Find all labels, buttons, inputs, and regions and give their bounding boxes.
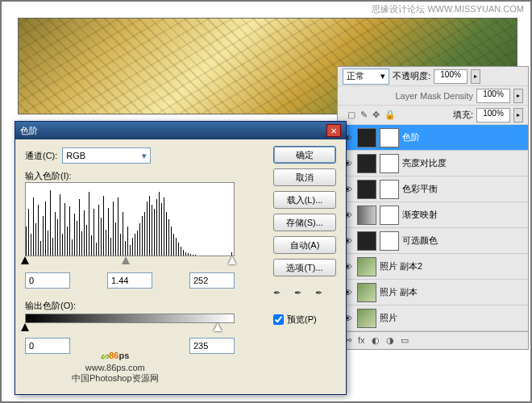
fill-label: 填充: [404, 109, 473, 121]
out-shadow-handle[interactable] [21, 323, 29, 331]
load-button[interactable]: 载入(L)... [273, 191, 336, 209]
eyedropper-white-icon[interactable]: ✒ [315, 288, 330, 302]
opacity-input[interactable]: 100% [434, 69, 468, 84]
auto-button[interactable]: 自动(A) [273, 236, 336, 254]
mask-thumb [380, 128, 399, 147]
layer-thumb [357, 257, 376, 276]
mask-thumb [380, 231, 399, 251]
adjustment-thumb [357, 231, 376, 251]
opacity-label: 不透明度: [393, 70, 430, 82]
layer-label: 照片 副本 [380, 286, 418, 298]
chevron-down-icon: ▾ [380, 71, 385, 81]
eyedropper-black-icon[interactable]: ✒ [273, 288, 288, 302]
mask-icon[interactable]: ◐ [372, 335, 380, 346]
layer-label: 可选颜色 [402, 235, 438, 247]
options-button[interactable]: 选项(T)... [273, 259, 336, 276]
layer-label: 色彩平衡 [402, 183, 438, 195]
channel-label: 通道(C): [25, 150, 57, 162]
cancel-button[interactable]: 取消 [273, 168, 336, 186]
layer-item-photo-copy[interactable]: 👁 照片 副本 [338, 280, 528, 305]
output-gradient [25, 314, 235, 323]
save-button[interactable]: 存储(S)... [273, 214, 336, 231]
histogram [25, 182, 235, 256]
fx-icon[interactable]: fx [358, 335, 365, 346]
lock-all-icon[interactable]: ▢ [347, 110, 355, 120]
adjustment-thumb [357, 154, 376, 173]
blend-mode-select[interactable]: 正常▾ [343, 69, 389, 85]
channel-select[interactable]: RGB ▾ [62, 147, 151, 164]
density-input[interactable]: 100% [476, 89, 510, 103]
mask-thumb [380, 180, 399, 199]
lock-icons: ▢ ✎ ✥ 🔒 [343, 106, 401, 123]
lock-position-icon[interactable]: ✥ [372, 110, 380, 120]
highlight-handle[interactable] [228, 256, 236, 264]
preview-checkbox[interactable]: 预览(P) [273, 314, 336, 326]
adjustment-thumb [357, 206, 376, 225]
header-site: 思缘设计论坛 WWW.MISSYUAN.COM [372, 3, 524, 15]
input-slider[interactable] [25, 258, 235, 269]
layer-item-selectivecolor[interactable]: 👁 可选颜色 [338, 228, 528, 254]
dialog-titlebar[interactable]: 色阶 ✕ [15, 122, 346, 139]
eyedropper-gray-icon[interactable]: ✒ [294, 288, 309, 302]
layer-thumb [357, 283, 376, 302]
output-slider[interactable] [25, 325, 235, 336]
layer-bottom-icons: ⚯ fx ◐ ◑ ▭ [338, 331, 528, 349]
midtone-input[interactable] [107, 272, 152, 289]
levels-dialog: 色阶 ✕ 通道(C): RGB ▾ 输入色阶(I): [15, 121, 347, 395]
layer-item-photo-copy2[interactable]: 👁 照片 副本2 [338, 254, 528, 280]
shadow-input[interactable] [25, 272, 70, 289]
layer-item-colorbalance[interactable]: 👁 色彩平衡 [338, 177, 528, 202]
mask-thumb [380, 154, 399, 173]
layer-label: 照片 副本2 [380, 260, 422, 272]
layer-item-photo[interactable]: 👁 照片 [338, 305, 528, 331]
fill-input[interactable]: 100% [476, 108, 510, 123]
shadow-handle[interactable] [21, 256, 29, 264]
density-label: Layer Mask Density [343, 91, 473, 101]
layers-panel: 正常▾ 不透明度: 100% ▸ Layer Mask Density 100%… [337, 66, 529, 350]
out-highlight-handle[interactable] [214, 323, 222, 331]
dialog-title: 色阶 [20, 125, 38, 137]
out-highlight-input[interactable] [189, 338, 235, 354]
folder-icon[interactable]: ▭ [401, 335, 409, 346]
layer-label: 亮度对比度 [402, 157, 447, 169]
out-shadow-input[interactable] [25, 338, 70, 354]
adjustment-icon[interactable]: ◑ [386, 335, 394, 346]
opacity-arrow[interactable]: ▸ [471, 69, 480, 84]
layer-thumb [357, 309, 376, 328]
layer-item-brightness[interactable]: 👁 亮度对比度 [338, 151, 528, 177]
layer-item-levels[interactable]: 👁 色阶 [338, 125, 528, 151]
chevron-down-icon: ▾ [142, 151, 147, 161]
layer-label: 渐变映射 [402, 209, 438, 221]
layer-list: 👁 色阶 👁 亮度对比度 👁 色彩平衡 👁 渐变映射 👁 可选 [338, 125, 528, 331]
preview-check-input[interactable] [273, 314, 284, 325]
close-button[interactable]: ✕ [326, 124, 341, 137]
mask-thumb [380, 206, 399, 225]
layer-label: 色阶 [402, 131, 420, 143]
lock-icon[interactable]: 🔒 [384, 110, 396, 120]
fill-arrow[interactable]: ▸ [513, 108, 523, 123]
density-arrow[interactable]: ▸ [513, 89, 523, 103]
adjustment-thumb [357, 180, 376, 199]
adjustment-thumb [357, 128, 376, 147]
ok-button[interactable]: 确定 [273, 146, 336, 164]
layer-label: 照片 [380, 312, 397, 324]
lock-pixels-icon[interactable]: ✎ [360, 110, 368, 120]
highlight-input[interactable] [189, 272, 235, 289]
midtone-handle[interactable] [122, 256, 130, 264]
layer-item-gradientmap[interactable]: 👁 渐变映射 [338, 202, 528, 228]
